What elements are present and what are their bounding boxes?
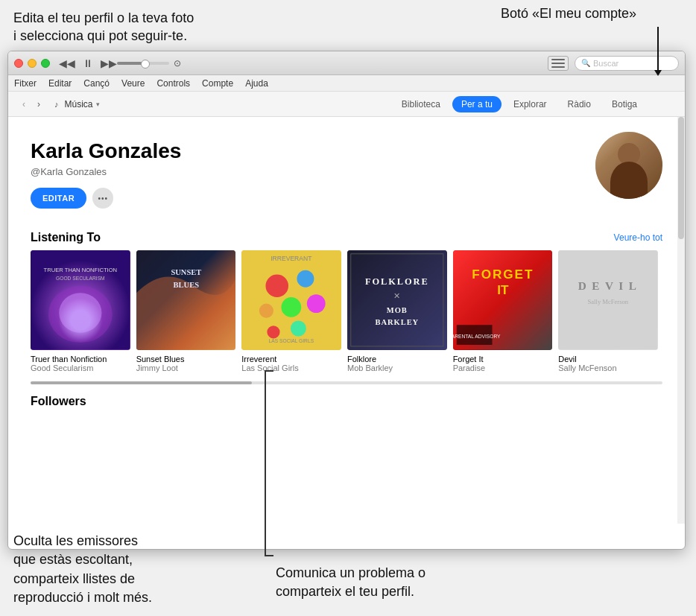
bracket-bottom	[265, 555, 273, 556]
svg-text:IRREVERANT: IRREVERANT	[271, 255, 312, 262]
followers-section: Followers	[8, 389, 685, 414]
player-controls: ◀◀ ⏸ ▶▶	[59, 57, 117, 70]
forward-button[interactable]: ▶▶	[101, 57, 117, 70]
search-icon: 🔍	[581, 59, 590, 67]
list-view-button[interactable]	[548, 56, 569, 71]
listening-to-title: Listening To	[31, 231, 101, 244]
tab-per-a-tu[interactable]: Per a tu	[452, 96, 502, 112]
horizontal-scrollbar[interactable]	[8, 381, 685, 389]
media-type-label: Música	[65, 99, 93, 109]
minimize-button[interactable]	[28, 59, 37, 68]
nav-back-button[interactable]: ‹	[17, 98, 31, 111]
album-title-5: Forget It	[453, 355, 559, 363]
back-icon: ◀◀	[59, 57, 75, 69]
maximize-button[interactable]	[41, 59, 50, 68]
back-button[interactable]: ◀◀	[59, 57, 75, 70]
svg-text:PARENTAL ADVISORY: PARENTAL ADVISORY	[453, 334, 501, 339]
window-controls	[14, 59, 50, 68]
scroll-track	[31, 381, 662, 384]
bracket-top	[265, 370, 273, 372]
svg-rect-0	[31, 250, 130, 350]
album-cover-2: SUNSET BLUES	[136, 250, 236, 350]
album-title-1: Truer than Nonfiction	[31, 355, 136, 363]
nav-arrows: ‹ ›	[17, 98, 45, 111]
menu-canco[interactable]: Cançó	[83, 78, 110, 89]
album-cover-1: TRUER THAN NONFICTION GOOD SECULARISM	[31, 250, 130, 350]
album-artist-4: Mob Barkley	[347, 363, 453, 372]
pause-button[interactable]: ⏸	[80, 57, 96, 70]
menu-compte[interactable]: Compte	[202, 78, 233, 89]
listening-to-header: Listening To Veure-ho tot	[8, 223, 685, 250]
svg-point-13	[307, 294, 326, 313]
menu-controls[interactable]: Controls	[156, 78, 190, 89]
album-item-6[interactable]: D E V I L Sally McFerson Devil Sally McF…	[558, 250, 664, 372]
annotation-top-right-text: Botó «El meu compte»	[501, 6, 636, 21]
album-cover-3: IRREVERANT LAS SOCIAL GIRLS	[241, 250, 341, 350]
tab-botiga[interactable]: Botiga	[603, 96, 646, 112]
more-button[interactable]: •••	[92, 188, 113, 209]
edit-button[interactable]: EDITAR	[31, 188, 86, 209]
svg-point-14	[291, 321, 306, 337]
annotation-arrow-line	[657, 27, 659, 72]
annotation-top-left-text: Edita el teu perfil o la teva foto i sel…	[13, 10, 194, 43]
svg-point-11	[282, 297, 302, 317]
svg-text:MOB: MOB	[387, 306, 408, 314]
svg-text:D E V I L: D E V I L	[578, 279, 638, 292]
album-artist-2: Jimmy Loot	[136, 363, 242, 372]
svg-point-12	[259, 304, 273, 318]
album-cover-6: D E V I L Sally McFerson	[558, 250, 658, 350]
close-button[interactable]	[14, 59, 23, 68]
menu-veure[interactable]: Veure	[121, 78, 145, 89]
title-bar: ◀◀ ⏸ ▶▶ ⊙ 🔍 Buscar	[8, 51, 685, 75]
album-artist-3: Las Social Girls	[241, 363, 347, 372]
chevron-down-icon: ▾	[96, 101, 100, 108]
profile-name: Karla Gonzales	[31, 139, 662, 163]
title-bar-right: 🔍 Buscar	[548, 56, 679, 71]
airplay-button[interactable]: ⊙	[169, 57, 186, 70]
svg-point-15	[268, 326, 280, 338]
avatar-image	[595, 132, 662, 199]
airplay-icon: ⊙	[174, 58, 181, 69]
nav-tabs: Biblioteca Per a tu Explorar Ràdio Botig…	[393, 96, 646, 112]
album-item-5[interactable]: FORGET IT PARENTAL ADVISORY Forget It Pa…	[453, 250, 559, 372]
menu-fitxer[interactable]: Fitxer	[14, 78, 37, 89]
tab-explorar[interactable]: Explorar	[504, 96, 556, 112]
tab-radio[interactable]: Ràdio	[559, 96, 600, 112]
menu-editar[interactable]: Editar	[48, 78, 72, 89]
svg-text:Sally McFerson: Sally McFerson	[588, 298, 629, 305]
tab-biblioteca[interactable]: Biblioteca	[393, 96, 449, 112]
followers-title: Followers	[31, 395, 86, 407]
album-item-1[interactable]: TRUER THAN NONFICTION GOOD SECULARISM Tr…	[31, 250, 136, 372]
search-input[interactable]: 🔍 Buscar	[575, 56, 679, 71]
album-artist-6: Sally McFenson	[558, 363, 664, 372]
see-all-link[interactable]: Veure-ho tot	[614, 232, 662, 243]
svg-text:IT: IT	[497, 282, 509, 297]
scroll-thumb	[31, 381, 252, 384]
menu-ajuda[interactable]: Ajuda	[245, 78, 268, 89]
svg-point-9	[266, 274, 289, 297]
search-placeholder: Buscar	[593, 59, 619, 68]
forward-icon: ▶▶	[101, 57, 117, 69]
vertical-scrollbar[interactable]	[677, 117, 685, 524]
menu-bar: Fitxer Editar Cançó Veure Controls Compt…	[8, 75, 685, 92]
profile-section: Karla Gonzales @Karla Gonzales EDITAR ••…	[8, 117, 685, 223]
svg-text:BARKLEY: BARKLEY	[375, 318, 419, 326]
svg-text:FORGET: FORGET	[472, 267, 534, 282]
svg-point-2	[59, 293, 101, 332]
volume-slider[interactable]	[117, 62, 169, 65]
albums-row: TRUER THAN NONFICTION GOOD SECULARISM Tr…	[8, 250, 685, 372]
annotation-bottom-left: Oculta les emissores que estàs escoltant…	[0, 523, 257, 616]
album-artist-5: Paradise	[453, 363, 559, 372]
album-title-6: Devil	[558, 355, 664, 363]
media-selector[interactable]: Música ▾	[65, 99, 100, 109]
svg-text:LAS SOCIAL GIRLS: LAS SOCIAL GIRLS	[269, 338, 314, 343]
annotation-bottom-left-text: Oculta les emissores que estàs escoltant…	[13, 533, 152, 605]
album-item-2[interactable]: SUNSET BLUES Sunset Blues Jimmy Loot	[136, 250, 242, 372]
annotation-top-right: Botó «El meu compte»	[501, 6, 636, 22]
album-item-3[interactable]: IRREVERANT LAS SOCIAL GIRLS Irreverent L…	[241, 250, 347, 372]
nav-forward-button[interactable]: ›	[32, 98, 45, 111]
svg-text:GOOD SECULARISM: GOOD SECULARISM	[56, 276, 105, 281]
album-item-4[interactable]: FOLKLORE ✕ MOB BARKLEY Folklore Mob Bark…	[347, 250, 453, 372]
svg-text:TRUER THAN NONFICTION: TRUER THAN NONFICTION	[44, 267, 118, 273]
vertical-scrollbar-thumb	[678, 117, 684, 239]
